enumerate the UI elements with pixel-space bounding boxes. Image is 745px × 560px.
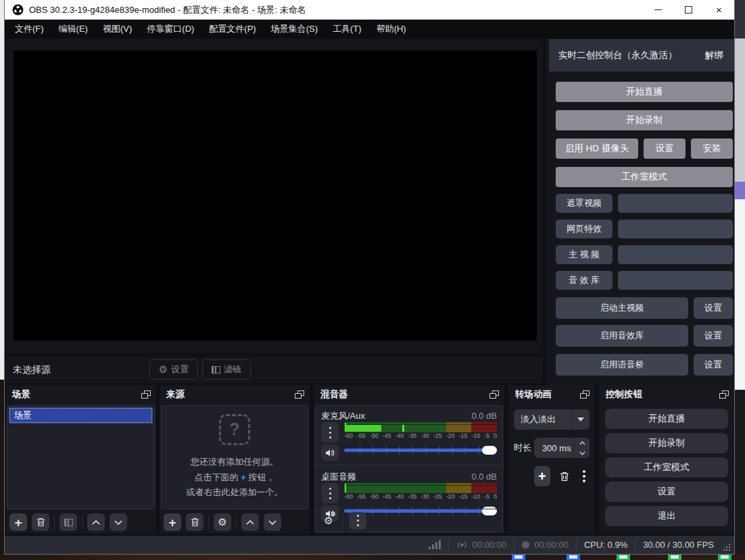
sound-library-button[interactable]: 音 效 库 [556,271,612,290]
mixer-menu-button[interactable] [349,512,366,530]
obs-logo-icon [12,4,24,16]
background-window-left [0,0,5,380]
spin-up-button[interactable] [575,438,590,448]
kebab-icon [583,470,585,473]
duration-spinbox[interactable]: 300 ms [534,438,590,458]
sources-dock: 来源 ? 您还没有添加任何源。 点击下面的 + 按钮， 或者右击此处添加一个。 … [160,385,310,534]
dock-float-icon[interactable] [580,390,590,399]
scene-list[interactable]: 场景 [7,405,155,509]
web-effect-button[interactable]: 网页特效 [556,220,612,238]
move-source-up-button[interactable] [241,513,259,531]
resize-grip[interactable] [729,549,730,551]
sources-toolbar: + ⚙ [160,511,310,534]
source-properties-toolbar-button[interactable]: ⚙ [214,513,231,531]
remove-transition-button[interactable] [557,467,572,486]
title-bar[interactable]: OBS 30.2.3-19-g4284e839e-modified - 配置文件… [5,0,734,20]
settings-button[interactable]: 设置 [605,482,728,502]
dock-float-icon[interactable] [141,390,151,399]
obs-window: OBS 30.2.3-19-g4284e839e-modified - 配置文件… [5,0,734,554]
advanced-audio-button[interactable]: ⚙⚙ [320,512,337,530]
plugin-start-streaming-button[interactable]: 开始直播 [556,82,733,102]
spin-down-button[interactable] [575,448,590,458]
maximize-button[interactable] [673,0,704,20]
source-filters-button[interactable]: 滤镜 [202,359,251,380]
transition-menu-button[interactable] [579,467,590,486]
channel-menu-button[interactable] [321,483,339,503]
add-source-button[interactable]: + [164,513,181,531]
menu-profile[interactable]: 配置文件(P) [201,20,263,39]
web-effect-field[interactable] [618,220,733,238]
menu-scene-collection[interactable]: 场景集合(S) [264,20,325,39]
main-video-button[interactable]: 主 视 频 [556,245,612,264]
sound-library-field[interactable] [618,271,733,290]
background-window-right [734,390,745,554]
enable-sound-library-button[interactable]: 启用音效库 [556,325,688,347]
background-window-thumbnail [718,554,731,560]
background-window-right [734,0,745,39]
dock-float-icon[interactable] [295,390,304,399]
dock-float-icon[interactable] [489,390,499,399]
chevron-down-icon [114,520,122,525]
maximize-icon [685,6,692,14]
remove-scene-button[interactable] [32,513,49,531]
sound-library-settings-button[interactable]: 设置 [694,325,733,347]
unbind-link[interactable]: 解绑 [705,49,723,61]
background-window-thumbnail [668,554,681,560]
move-source-down-button[interactable] [264,513,281,531]
menu-docks[interactable]: 停靠窗口(D) [139,20,201,39]
move-scene-down-button[interactable] [110,513,127,531]
enable-voice-bridge-button[interactable]: 启用语音桥 [556,354,688,376]
stream-status-icon [456,540,468,549]
remove-source-button[interactable] [186,513,203,531]
main-video-settings-button[interactable]: 设置 [694,297,733,319]
background-window-thumbnail [567,554,580,560]
no-source-selected-label: 未选择源 [13,357,51,383]
sources-dock-title: 来源 [166,388,295,401]
install-button[interactable]: 安装 [691,138,733,159]
add-scene-button[interactable]: + [9,513,27,531]
channel-name: 桌面音频 [321,471,471,483]
source-list[interactable]: ? 您还没有添加任何源。 点击下面的 + 按钮， 或者右击此处添加一个。 [161,405,308,509]
move-scene-up-button[interactable] [87,513,105,531]
channel-menu-button[interactable] [321,422,339,442]
mask-video-button[interactable]: 遮罩视频 [556,194,612,213]
menu-help[interactable]: 帮助(H) [369,20,414,39]
preview-area [5,39,543,353]
volume-slider[interactable] [344,445,497,455]
close-button[interactable]: × [704,0,734,20]
hd-camera-settings-button[interactable]: 设置 [644,138,686,159]
chevron-down-icon [579,451,585,455]
enable-hd-camera-button[interactable]: 启用 HD 摄像头 [556,138,638,159]
fps-indicator: 30.00 / 30.00 FPS [643,540,714,550]
mixer-channel-mic: 麦克风/Aux 0.0 dB -60-55-5 [316,406,502,463]
close-icon: × [716,5,722,15]
mute-button[interactable] [321,444,339,461]
menu-tools[interactable]: 工具(T) [325,20,369,39]
start-recording-button[interactable]: 开始录制 [605,433,728,453]
kebab-icon [329,427,331,429]
menu-edit[interactable]: 编辑(E) [51,20,95,39]
studio-mode-button[interactable]: 工作室模式 [605,457,728,478]
voice-bridge-settings-button[interactable]: 设置 [694,354,733,376]
scene-filters-button[interactable] [59,513,77,531]
db-scale: -60-55-50-45-40-35-30-25-20-15-10-50 [344,493,497,500]
start-streaming-button[interactable]: 开始直播 [605,409,728,429]
preview-canvas[interactable] [14,51,537,340]
dock-float-icon[interactable] [719,390,729,399]
exit-button[interactable]: 退出 [605,506,728,526]
source-properties-button[interactable]: ⚙ 设置 [149,359,198,380]
plugin-studio-mode-button[interactable]: 工作室模式 [556,167,733,187]
volume-slider-handle[interactable] [482,446,497,455]
menu-file[interactable]: 文件(F) [7,20,51,39]
plugin-start-recording-button[interactable]: 开始录制 [556,110,733,130]
background-window-right [734,39,745,182]
main-video-field[interactable] [618,245,733,264]
controls-dock-title: 控制按钮 [606,388,719,401]
minimize-button[interactable] [643,0,673,20]
transition-select[interactable]: 淡入淡出 [514,409,590,430]
add-transition-button[interactable]: + [534,466,550,486]
menu-view[interactable]: 视图(V) [95,20,139,39]
start-main-video-button[interactable]: 启动主视频 [556,297,688,319]
mask-video-field[interactable] [618,194,733,213]
scene-list-item[interactable]: 场景 [9,407,153,424]
